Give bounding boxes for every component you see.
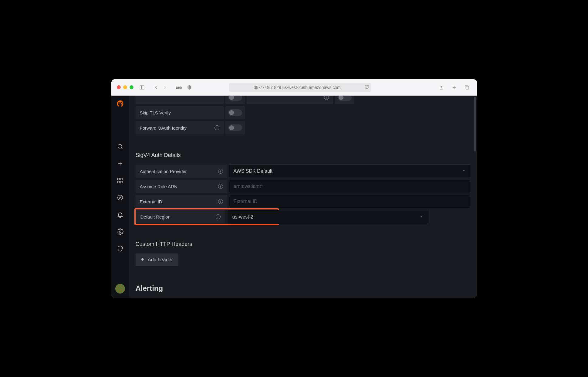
forward-oauth-label-text: Forward OAuth Identity [140,125,187,131]
create-icon[interactable] [114,158,126,170]
browser-toolbar: aea d8-774961829.us-west-2.elb.amazonaws… [111,79,477,96]
toolbar-right [437,83,471,92]
scrollbar-thumb[interactable] [474,97,476,151]
info-icon[interactable]: i [324,96,329,100]
share-icon[interactable] [437,83,446,92]
server-admin-icon[interactable] [114,243,126,255]
with-ca-cert-label: x i [247,96,333,104]
window-controls [117,85,133,89]
svg-rect-12 [120,181,122,183]
auth-provider-label-text: Authentication Provider [140,169,187,174]
user-avatar[interactable] [115,284,125,294]
sidebar [111,96,129,298]
assume-role-label-text: Assume Role ARN [140,184,177,189]
explore-icon[interactable] [114,192,126,204]
url-bar[interactable]: d8-774961829.us-west-2.elb.amazonaws.com [229,83,371,92]
info-icon[interactable]: i [218,184,223,189]
default-region-value: us-west-2 [232,214,253,220]
extension-aea[interactable]: aea [176,85,182,90]
skip-tls-toggle-cell [225,106,245,119]
default-region-select[interactable]: us-west-2 [228,210,428,224]
external-id-placeholder: External ID [234,199,258,204]
default-region-label-text: Default Region [140,214,171,219]
info-icon[interactable]: i [218,169,223,174]
info-icon[interactable]: i [216,214,221,219]
configuration-icon[interactable] [114,226,126,238]
new-tab-icon[interactable] [450,83,458,92]
url-text: d8-774961829.us-west-2.elb.amazonaws.com [254,85,340,90]
maximize-window-button[interactable] [130,85,133,89]
auth-provider-select[interactable]: AWS SDK Default [229,165,471,178]
svg-rect-10 [120,178,122,180]
svg-line-6 [121,148,123,149]
plus-icon: + [141,256,144,263]
svg-point-15 [119,231,121,233]
external-id-input[interactable]: External ID [229,195,471,208]
close-window-button[interactable] [117,85,121,89]
chevron-down-icon [419,214,424,220]
main-panel: x x i Skip TLS Verify [129,96,477,298]
forward-oauth-toggle[interactable] [228,124,242,131]
sigv4-heading: SigV4 Auth Details [136,152,471,158]
nav-arrows [152,84,169,91]
reload-icon[interactable] [364,85,369,90]
chevron-down-icon [462,168,466,174]
skip-tls-label-text: Skip TLS Verify [140,110,171,115]
grafana-logo[interactable] [116,99,125,108]
default-region-highlight: Default Region i us-west-2 [134,208,279,225]
tabs-icon[interactable] [463,83,471,92]
forward-oauth-toggle-cell [225,121,245,134]
auth-provider-label: Authentication Provider i [136,165,227,178]
tls-client-auth-label: x [136,96,224,104]
assume-role-placeholder: arn:aws:iam:* [234,184,263,189]
toolbar-extensions: aea [176,83,194,92]
back-button[interactable] [152,84,160,91]
shield-icon[interactable] [185,83,194,92]
svg-point-13 [117,195,123,200]
app-content: x x i Skip TLS Verify [111,96,477,298]
forward-button[interactable] [161,84,169,91]
info-icon[interactable]: i [215,125,219,130]
default-region-label: Default Region i [136,210,225,223]
skip-tls-toggle[interactable] [228,109,242,116]
svg-rect-11 [117,181,119,183]
with-ca-cert-toggle-cell [335,96,354,104]
assume-role-input[interactable]: arn:aws:iam:* [229,180,471,193]
search-icon[interactable] [114,141,126,153]
auth-provider-value: AWS SDK Default [234,168,272,174]
minimize-window-button[interactable] [123,85,127,89]
scrollbar-track[interactable] [473,96,476,298]
forward-oauth-label: Forward OAuth Identity i [136,121,224,134]
svg-rect-9 [117,178,119,180]
dashboards-icon[interactable] [114,175,126,187]
svg-rect-4 [466,86,469,89]
tls-client-auth-toggle[interactable] [228,96,242,101]
alerting-heading: Alerting [136,284,471,293]
assume-role-label: Assume Role ARN i [136,180,227,193]
svg-marker-14 [119,196,121,199]
alerting-icon[interactable] [114,209,126,221]
add-header-button[interactable]: + Add header [136,253,178,266]
tls-client-auth-toggle-cell [225,96,245,104]
svg-rect-0 [140,86,144,89]
sidebar-toggle-icon[interactable] [138,83,146,92]
svg-point-5 [118,144,122,148]
external-id-label-text: External ID [140,199,162,204]
external-id-label: External ID i [136,195,227,208]
skip-tls-label: Skip TLS Verify [136,106,224,119]
browser-window: aea d8-774961829.us-west-2.elb.amazonaws… [111,79,477,298]
custom-headers-heading: Custom HTTP Headers [136,241,471,247]
add-header-label: Add header [148,257,173,263]
with-ca-cert-toggle[interactable] [338,96,352,101]
info-icon[interactable]: i [218,199,223,204]
